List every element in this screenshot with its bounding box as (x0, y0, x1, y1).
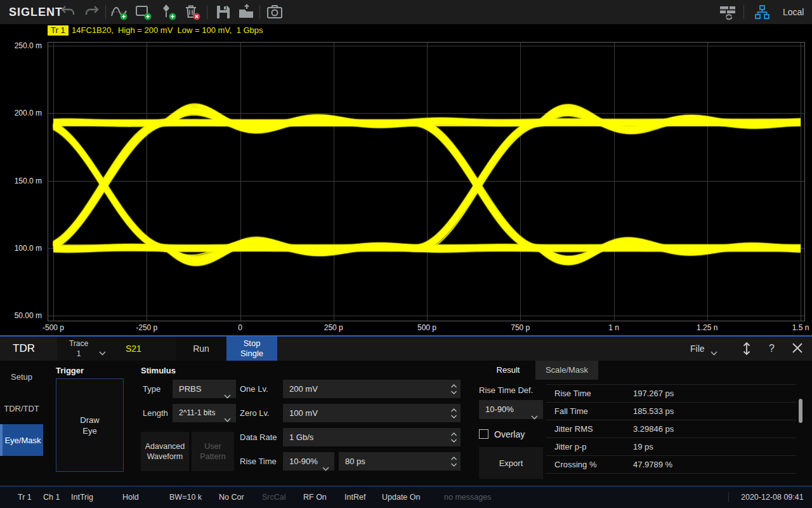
y-tick-label: 50.00 m (0, 311, 42, 320)
screenshot-icon[interactable] (265, 3, 284, 21)
x-tick-label: -250 p (136, 323, 157, 332)
status-item-inttrig: IntTrig (71, 486, 93, 508)
measurement-name: Fall Time (554, 403, 588, 420)
local-label: Local (783, 0, 804, 24)
data-rate-label: Data Rate (240, 428, 277, 446)
x-tick-label: 500 p (417, 323, 436, 332)
length-label: Length (143, 404, 168, 422)
y-tick-label: 250.0 m (0, 41, 42, 50)
tab-scale-mask[interactable]: Scale/Mask (535, 361, 598, 380)
file-menu-button[interactable]: File (690, 337, 705, 361)
trace-badge[interactable]: Tr 1 (48, 25, 69, 36)
overlay-label: Overlay (494, 428, 525, 441)
status-item-bw-10-k: BW=10 k (169, 486, 202, 508)
status-message: no messages (444, 486, 491, 508)
rise-time-def-label: Rise Time Def. (479, 384, 533, 398)
add-window-icon[interactable] (134, 3, 153, 21)
delete-trace-icon[interactable] (183, 3, 202, 21)
status-item-intref: IntRef (344, 486, 365, 508)
draw-eye-button[interactable]: Draw Eye (56, 378, 124, 472)
x-tick-label: 250 p (324, 323, 343, 332)
x-tick-label: -500 p (43, 323, 64, 332)
trace-parameter: S21 (126, 337, 141, 361)
chevron-down-icon (99, 347, 106, 358)
measurement-name: Jitter RMS (554, 420, 593, 438)
type-label: Type (143, 380, 160, 398)
type-dropdown[interactable]: PRBS (173, 380, 236, 398)
toolbar-separator (743, 5, 744, 19)
one-level-input[interactable]: 200 mV (283, 380, 461, 398)
status-item-srccal: SrcCal (262, 486, 286, 508)
rise-time-input[interactable]: 80 ps (339, 452, 461, 471)
measurement-row: Rise Time197.267 ps (546, 385, 796, 403)
panel-header: TDR Trace 1 S21 Run Stop Single File (0, 337, 812, 361)
x-tick-label: 750 p (511, 323, 530, 332)
measurement-value: 185.533 ps (633, 403, 674, 420)
trace-selector[interactable]: Trace 1 S21 (57, 337, 176, 361)
user-pattern-button[interactable]: User Pattern (192, 432, 234, 471)
status-item-ch-1: Ch 1 (43, 486, 60, 508)
tdr-panel: TDR Trace 1 S21 Run Stop Single File (0, 335, 812, 486)
rise-time-def-dropdown[interactable]: 10-90% (283, 452, 334, 471)
eye-diagram-canvas (48, 42, 805, 321)
sidebar-item-setup[interactable]: Setup (0, 361, 43, 392)
measurement-name: Jitter p-p (554, 438, 587, 456)
status-item-hold: Hold (122, 486, 139, 508)
sidebar-item-tdr-tdt[interactable]: TDR/TDT (0, 392, 43, 424)
export-button[interactable]: Export (479, 447, 543, 479)
open-icon[interactable] (237, 3, 256, 21)
close-icon[interactable] (792, 342, 803, 356)
run-button[interactable]: Run (176, 337, 226, 361)
measurement-value: 3.29846 ps (633, 420, 674, 438)
rise-time-label: Rise Time (240, 452, 277, 471)
y-tick-label: 200.0 m (0, 109, 42, 117)
siglent-tdr-app: SIGLENT (0, 0, 812, 508)
data-rate-input[interactable]: 1 Gb/s (283, 428, 461, 446)
scrollbar-thumb[interactable] (799, 399, 802, 423)
length-dropdown[interactable]: 2^11-1 bits (173, 404, 236, 422)
toolbar-separator (259, 5, 260, 19)
spinner-arrows-icon[interactable] (450, 455, 457, 474)
spinner-arrows-icon[interactable] (450, 431, 457, 450)
toolbar-separator (207, 5, 207, 19)
chevron-down-icon (710, 347, 717, 358)
status-bar: Tr 1Ch 1IntTrigHoldBW=10 kNo CorSrcCalRF… (0, 486, 812, 508)
add-trace-icon[interactable] (110, 3, 129, 21)
zero-level-input[interactable]: 100 mV (283, 404, 461, 422)
y-tick-label: 100.0 m (0, 244, 42, 253)
lan-icon[interactable] (752, 3, 771, 21)
undo-icon[interactable] (58, 3, 77, 21)
tab-result[interactable]: Result (481, 361, 535, 380)
status-item-tr-1: Tr 1 (18, 486, 32, 508)
measurement-row: Crossing %47.9789 % (546, 456, 796, 474)
status-item-update-on: Update On (382, 486, 420, 508)
toolbar: SIGLENT (0, 0, 812, 24)
panel-body: SetupTDR/TDTEye/Mask Trigger Draw Eye St… (0, 361, 812, 486)
resize-panel-icon[interactable] (742, 342, 751, 358)
chevron-down-icon (322, 459, 329, 478)
display-config-icon[interactable] (718, 3, 737, 21)
sidebar-item-eye-mask[interactable]: Eye/Mask (0, 424, 43, 456)
chevron-down-icon (531, 408, 538, 427)
stop-single-button[interactable]: Stop Single (226, 337, 277, 361)
x-tick-label: 0 (238, 323, 242, 332)
result-rise-time-def-dropdown[interactable]: 10-90% (479, 400, 543, 419)
trace-info-bar: Tr 1 14FC1B20, High = 200 mV Low = 100 m… (0, 24, 812, 37)
measurement-row: Jitter RMS3.29846 ps (546, 420, 796, 438)
redo-icon[interactable] (82, 3, 102, 21)
advanced-waveform-button[interactable]: Adavanced Waveform (141, 432, 189, 471)
one-level-label: One Lv. (240, 380, 268, 398)
add-marker-icon[interactable] (159, 3, 178, 21)
toolbar-separator (105, 5, 106, 19)
save-icon[interactable] (214, 3, 233, 21)
spinner-arrows-icon[interactable] (450, 407, 457, 425)
status-item-no-cor: No Cor (219, 486, 244, 508)
spinner-arrows-icon[interactable] (450, 383, 457, 401)
status-separator (414, 492, 414, 502)
zero-level-label: Zero Lv. (240, 404, 270, 422)
measurement-value: 19 ps (633, 438, 653, 456)
measurement-name: Crossing % (554, 456, 596, 474)
help-button[interactable]: ? (769, 337, 775, 361)
overlay-checkbox[interactable] (479, 429, 488, 439)
measurement-table: Rise Time197.267 psFall Time185.533 psJi… (546, 384, 796, 474)
